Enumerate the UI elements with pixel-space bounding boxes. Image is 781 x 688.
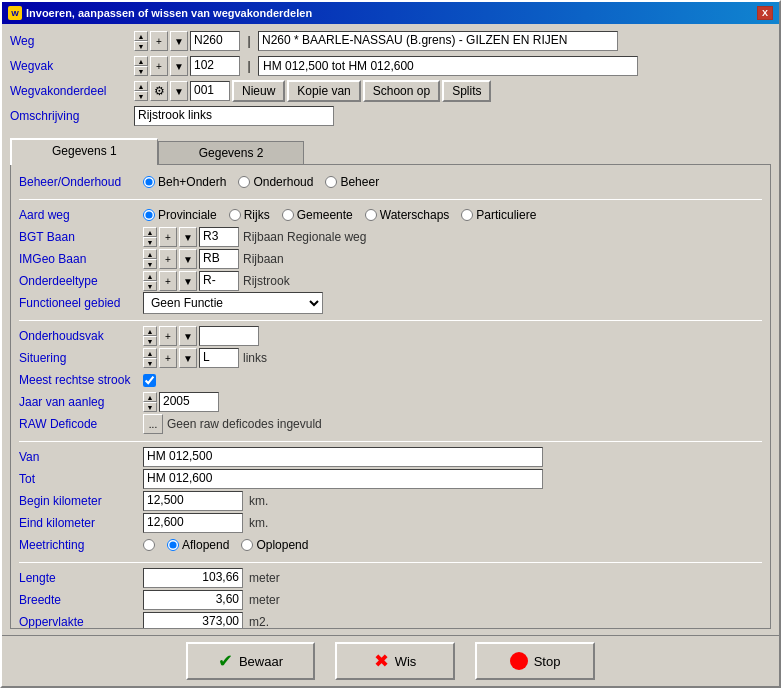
tab-gegevens2[interactable]: Gegevens 2 bbox=[158, 141, 305, 164]
wvo-gear-btn[interactable]: ⚙ bbox=[150, 81, 168, 101]
breedte-input[interactable]: 3,60 bbox=[143, 590, 243, 610]
wvo-up-arrow[interactable]: ▲ bbox=[134, 81, 148, 91]
wvo-down-arrow[interactable]: ▼ bbox=[134, 91, 148, 101]
aardweg-radio-rijks-input[interactable] bbox=[229, 209, 241, 221]
imgeo-plus-btn[interactable]: + bbox=[159, 249, 177, 269]
sit-up[interactable]: ▲ bbox=[143, 348, 157, 358]
beheer-radio-beheer-input[interactable] bbox=[325, 176, 337, 188]
schoon-button[interactable]: Schoon op bbox=[363, 80, 440, 102]
odt-down[interactable]: ▼ bbox=[143, 281, 157, 291]
eind-km-input[interactable]: 12,600 bbox=[143, 513, 243, 533]
bgt-plus-btn[interactable]: + bbox=[159, 227, 177, 247]
meetrichting-radio-aflopend[interactable]: Aflopend bbox=[167, 538, 229, 552]
aardweg-radio-particuliere-input[interactable] bbox=[461, 209, 473, 221]
situering-code-input[interactable]: L bbox=[199, 348, 239, 368]
sit-dropdown-btn[interactable]: ▼ bbox=[179, 348, 197, 368]
imgeo-spinner[interactable]: ▲ ▼ bbox=[143, 249, 157, 269]
ov-down[interactable]: ▼ bbox=[143, 336, 157, 346]
sit-spinner[interactable]: ▲ ▼ bbox=[143, 348, 157, 368]
beheer-radio-onderhoud[interactable]: Onderhoud bbox=[238, 175, 313, 189]
imgeo-up[interactable]: ▲ bbox=[143, 249, 157, 259]
close-button[interactable]: X bbox=[757, 6, 773, 20]
aardweg-radio-rijks[interactable]: Rijks bbox=[229, 208, 270, 222]
bgt-down[interactable]: ▼ bbox=[143, 237, 157, 247]
jaar-up[interactable]: ▲ bbox=[143, 392, 157, 402]
wvo-dropdown-btn[interactable]: ▼ bbox=[170, 81, 188, 101]
beheer-radio-beh[interactable]: Beh+Onderh bbox=[143, 175, 226, 189]
kopie-button[interactable]: Kopie van bbox=[287, 80, 360, 102]
onderhoudsvak-input[interactable] bbox=[199, 326, 259, 346]
odt-up[interactable]: ▲ bbox=[143, 271, 157, 281]
jaar-input[interactable]: 2005 bbox=[159, 392, 219, 412]
tot-input[interactable]: HM 012,600 bbox=[143, 469, 543, 489]
imgeo-code-input[interactable]: RB bbox=[199, 249, 239, 269]
aardweg-radio-waterschaps-input[interactable] bbox=[365, 209, 377, 221]
odt-plus-btn[interactable]: + bbox=[159, 271, 177, 291]
wegvak-up-arrow[interactable]: ▲ bbox=[134, 56, 148, 66]
van-input[interactable]: HM 012,500 bbox=[143, 447, 543, 467]
wegvak-code-input[interactable]: 102 bbox=[190, 56, 240, 76]
raw-btn[interactable]: ... bbox=[143, 414, 163, 434]
imgeo-dropdown-btn[interactable]: ▼ bbox=[179, 249, 197, 269]
bgt-spinner[interactable]: ▲ ▼ bbox=[143, 227, 157, 247]
tab-gegevens1[interactable]: Gegevens 1 bbox=[10, 138, 158, 165]
oppervlakte-input[interactable]: 373,00 bbox=[143, 612, 243, 629]
imgeo-baan-label: IMGeo Baan bbox=[19, 252, 139, 266]
lengte-label: Lengte bbox=[19, 571, 139, 585]
stop-button[interactable]: Stop bbox=[475, 642, 595, 680]
bgt-code-input[interactable]: R3 bbox=[199, 227, 239, 247]
imgeo-down[interactable]: ▼ bbox=[143, 259, 157, 269]
aardweg-radio-prov[interactable]: Provinciale bbox=[143, 208, 217, 222]
weg-dropdown-btn[interactable]: ▼ bbox=[170, 31, 188, 51]
nieuw-button[interactable]: Nieuw bbox=[232, 80, 285, 102]
odt-code-input[interactable]: R- bbox=[199, 271, 239, 291]
sit-plus-btn[interactable]: + bbox=[159, 348, 177, 368]
odt-dropdown-btn[interactable]: ▼ bbox=[179, 271, 197, 291]
aardweg-radio-waterschaps[interactable]: Waterschaps bbox=[365, 208, 450, 222]
meetrichting-oplopend-input[interactable] bbox=[241, 539, 253, 551]
wvo-code-input[interactable]: 001 bbox=[190, 81, 230, 101]
meetrichting-radio-oplopend[interactable]: Oplopend bbox=[241, 538, 308, 552]
ov-dropdown-btn[interactable]: ▼ bbox=[179, 326, 197, 346]
lengte-input[interactable]: 103,66 bbox=[143, 568, 243, 588]
weg-plus-btn[interactable]: + bbox=[150, 31, 168, 51]
aardweg-radio-particuliere[interactable]: Particuliere bbox=[461, 208, 536, 222]
jaar-down[interactable]: ▼ bbox=[143, 402, 157, 412]
oppervlakte-unit: m2. bbox=[249, 615, 269, 629]
tot-label: Tot bbox=[19, 472, 139, 486]
begin-km-input[interactable]: 12,500 bbox=[143, 491, 243, 511]
meest-checkbox[interactable] bbox=[143, 374, 156, 387]
functioneel-select[interactable]: Geen Functie bbox=[143, 292, 323, 314]
weg-code-input[interactable]: N260 bbox=[190, 31, 240, 51]
splits-button[interactable]: Splits bbox=[442, 80, 491, 102]
beheer-radio-beheer[interactable]: Beheer bbox=[325, 175, 379, 189]
ov-plus-btn[interactable]: + bbox=[159, 326, 177, 346]
omschrijving-input[interactable]: Rijstrook links bbox=[134, 106, 334, 126]
jaar-spinner[interactable]: ▲ ▼ bbox=[143, 392, 157, 412]
beheer-radio-beh-input[interactable] bbox=[143, 176, 155, 188]
weg-up-arrow[interactable]: ▲ bbox=[134, 31, 148, 41]
meetrichting-radio-none[interactable] bbox=[143, 539, 155, 551]
onderdeeltype-spinner[interactable]: ▲ ▼ bbox=[143, 271, 157, 291]
wvo-spinner[interactable]: ▲ ▼ bbox=[134, 81, 148, 101]
wegvak-dropdown-btn[interactable]: ▼ bbox=[170, 56, 188, 76]
wegvak-down-arrow[interactable]: ▼ bbox=[134, 66, 148, 76]
aardweg-radio-gemeente-input[interactable] bbox=[282, 209, 294, 221]
wegvak-spinner[interactable]: ▲ ▼ bbox=[134, 56, 148, 76]
weg-spinner[interactable]: ▲ ▼ bbox=[134, 31, 148, 51]
beheer-radio-onderhoud-input[interactable] bbox=[238, 176, 250, 188]
bewaar-button[interactable]: ✔ Bewaar bbox=[186, 642, 315, 680]
meetrichting-aflopend-input[interactable] bbox=[167, 539, 179, 551]
weg-down-arrow[interactable]: ▼ bbox=[134, 41, 148, 51]
wegvak-plus-btn[interactable]: + bbox=[150, 56, 168, 76]
bgt-up[interactable]: ▲ bbox=[143, 227, 157, 237]
bgt-dropdown-btn[interactable]: ▼ bbox=[179, 227, 197, 247]
weg-name-input[interactable]: N260 * BAARLE-NASSAU (B.grens) - GILZEN … bbox=[258, 31, 618, 51]
ov-up[interactable]: ▲ bbox=[143, 326, 157, 336]
aardweg-radio-prov-input[interactable] bbox=[143, 209, 155, 221]
ov-spinner[interactable]: ▲ ▼ bbox=[143, 326, 157, 346]
title-bar: W Invoeren, aanpassen of wissen van wegv… bbox=[2, 2, 779, 24]
sit-down[interactable]: ▼ bbox=[143, 358, 157, 368]
wis-button[interactable]: ✖ Wis bbox=[335, 642, 455, 680]
aardweg-radio-gemeente[interactable]: Gemeente bbox=[282, 208, 353, 222]
